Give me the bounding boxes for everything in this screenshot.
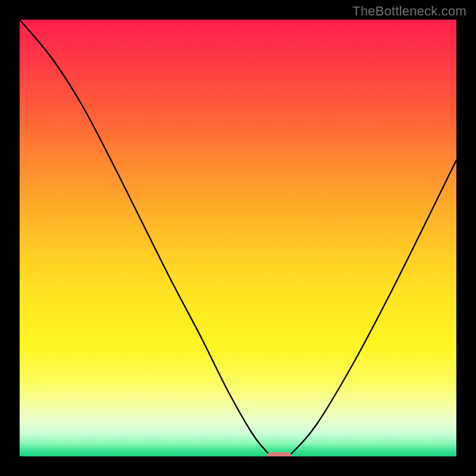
bottleneck-curve <box>20 20 456 456</box>
plot-area <box>20 20 456 456</box>
watermark-label: TheBottleneck.com <box>352 4 466 19</box>
chart-frame: TheBottleneck.com <box>0 0 476 476</box>
optimum-marker <box>267 452 292 456</box>
